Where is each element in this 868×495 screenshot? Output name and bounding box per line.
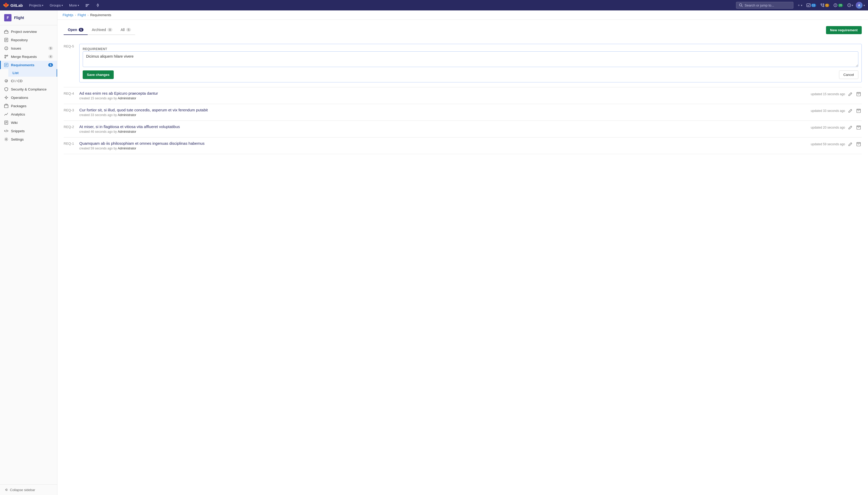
req-3-actions: updated 33 seconds ago: [811, 108, 862, 114]
sidebar-label-settings: Settings: [11, 137, 24, 141]
tab-open[interactable]: Open 5: [64, 25, 88, 35]
more-menu[interactable]: More ▾: [67, 2, 81, 8]
sidebar-item-operations[interactable]: Operations: [0, 93, 57, 102]
sidebar-label-security: Security & Compliance: [11, 87, 47, 91]
projects-menu[interactable]: Projects ▾: [27, 2, 46, 8]
todos-button[interactable]: 11: [805, 2, 818, 8]
req-4-title: Ad eas enim res ab Epicuro praecepta dan…: [79, 91, 808, 96]
cancel-button[interactable]: Cancel: [839, 70, 858, 79]
activity-icon-btn[interactable]: [83, 2, 91, 8]
req-1-edit-button[interactable]: [847, 141, 853, 147]
git-icon-btn[interactable]: [93, 2, 102, 8]
project-avatar: F: [4, 14, 12, 21]
sidebar-label-list: List: [13, 71, 18, 75]
breadcrumb-flight[interactable]: Flight: [78, 13, 86, 17]
new-requirement-button[interactable]: New requirement: [826, 26, 862, 34]
sidebar-item-packages[interactable]: Packages: [0, 102, 57, 110]
sidebar-item-wiki[interactable]: Wiki: [0, 118, 57, 127]
sidebar: F Flight Project overview Repository Iss…: [0, 11, 57, 495]
svg-rect-58: [857, 126, 861, 126]
svg-rect-61: [857, 142, 861, 143]
requirements-list: REQ-5 Requirement Dicimus aliquem hilare…: [64, 40, 862, 154]
edit-icon: [848, 142, 852, 146]
req-5-textarea[interactable]: Dicimus aliquem hilare vivere: [83, 51, 858, 67]
sidebar-item-repository[interactable]: Repository: [0, 36, 57, 44]
svg-rect-8: [807, 4, 810, 7]
create-button[interactable]: ＋ ▾: [796, 2, 804, 8]
ops-icon: [4, 96, 8, 100]
sidebar-label-issues: Issues: [11, 47, 21, 50]
req-1-id: REQ-1: [64, 141, 77, 146]
mr-badge: 4: [48, 55, 53, 58]
snippets-icon: [4, 129, 8, 133]
project-name: Flight: [14, 16, 24, 20]
svg-point-17: [835, 6, 836, 6]
sidebar-item-list[interactable]: List: [8, 69, 57, 77]
req-2-edit-button[interactable]: [847, 124, 853, 131]
content-area: Flightjs › Flight › Requirements Open 5 …: [57, 11, 868, 495]
sidebar-project-header[interactable]: F Flight: [0, 11, 57, 25]
sidebar-item-security[interactable]: Security & Compliance: [0, 85, 57, 93]
req-1-updated: updated 59 seconds ago: [811, 142, 845, 146]
req-4-edit-button[interactable]: [847, 91, 853, 97]
search-input[interactable]: [745, 3, 790, 7]
settings-icon: [4, 137, 8, 141]
req-2-updated: updated 20 seconds ago: [811, 126, 845, 129]
tab-archived[interactable]: Archived 0: [88, 25, 117, 35]
breadcrumb-current: Requirements: [90, 13, 112, 17]
req-item-4: REQ-4 Ad eas enim res ab Epicuro praecep…: [64, 87, 862, 104]
groups-menu[interactable]: Groups ▾: [48, 2, 65, 8]
tab-all[interactable]: All 5: [117, 25, 135, 35]
shield-icon: [4, 87, 8, 91]
req-3-archive-button[interactable]: [855, 108, 862, 114]
req-2-meta: created 46 seconds ago by Administrator: [79, 130, 808, 134]
sidebar-item-analytics[interactable]: Analytics: [0, 110, 57, 118]
mr-icon: [4, 54, 8, 59]
req-1-actions: updated 59 seconds ago: [811, 141, 862, 147]
sidebar-item-settings[interactable]: Settings: [0, 135, 57, 143]
sidebar-item-cicd[interactable]: CI / CD: [0, 77, 57, 85]
issues-icon: [4, 46, 8, 50]
svg-point-37: [5, 97, 7, 98]
req-3-title: Cur fortior sit, si illud, quod tute con…: [79, 108, 808, 112]
requirements-icon: [4, 63, 8, 67]
top-icons: ＋ ▾ 11 1 20 ? ▾ A ▾: [796, 2, 865, 8]
req-5-id: REQ-5: [64, 44, 77, 48]
tab-all-label: All: [121, 28, 125, 32]
sidebar-item-issues[interactable]: Issues 9: [0, 44, 57, 52]
req-4-archive-button[interactable]: [855, 91, 862, 97]
req-3-id: REQ-3: [64, 108, 77, 112]
merge-requests-button[interactable]: 1: [819, 2, 831, 8]
svg-point-3: [97, 4, 99, 6]
req-1-archive-button[interactable]: [855, 141, 862, 147]
sidebar-item-snippets[interactable]: Snippets: [0, 127, 57, 135]
svg-rect-54: [857, 110, 861, 113]
sidebar-item-requirements[interactable]: Requirements 5: [0, 61, 57, 69]
tab-open-count: 5: [79, 28, 83, 32]
user-avatar[interactable]: A: [856, 2, 863, 8]
breadcrumb-sep-2: ›: [87, 13, 88, 17]
sidebar-label-operations: Operations: [11, 96, 28, 100]
archive-icon: [856, 92, 861, 96]
issues-button[interactable]: 20: [832, 2, 845, 8]
tab-all-count: 5: [126, 28, 131, 32]
collapse-label: Collapse sidebar: [10, 488, 35, 492]
req-2-id: REQ-2: [64, 124, 77, 129]
save-changes-button[interactable]: Save changes: [83, 70, 114, 79]
collapse-sidebar-button[interactable]: Collapse sidebar: [0, 484, 57, 495]
home-icon: [4, 30, 8, 34]
svg-rect-60: [857, 143, 861, 146]
sidebar-label-analytics: Analytics: [11, 113, 25, 116]
sidebar-item-merge-requests[interactable]: Merge Requests 4: [0, 52, 57, 61]
gitlab-logo[interactable]: GitLab: [3, 2, 23, 8]
sidebar-label-snippets: Snippets: [11, 129, 25, 133]
svg-rect-0: [86, 4, 89, 5]
svg-rect-52: [857, 92, 861, 93]
sidebar-item-project-overview[interactable]: Project overview: [0, 28, 57, 36]
help-button[interactable]: ? ▾: [846, 2, 855, 8]
req-2-archive-button[interactable]: [855, 124, 862, 131]
sidebar-nav: Project overview Repository Issues 9 Mer…: [0, 25, 57, 484]
req-3-edit-button[interactable]: [847, 108, 853, 114]
avatar-chevron[interactable]: ▾: [864, 4, 865, 7]
breadcrumb-flightjs[interactable]: Flightjs: [63, 13, 73, 17]
